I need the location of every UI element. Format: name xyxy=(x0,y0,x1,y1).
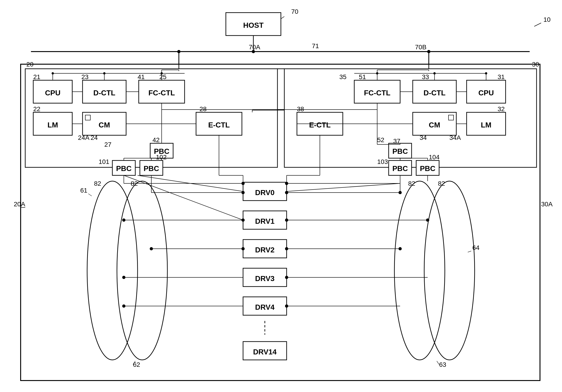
ref-28: 28 xyxy=(199,105,207,113)
pbc-r3-label: PBC xyxy=(420,164,435,173)
svg-point-100 xyxy=(122,304,125,308)
svg-point-95 xyxy=(150,247,153,250)
svg-point-114 xyxy=(285,304,288,308)
pbc-r1-label: PBC xyxy=(392,147,408,155)
svg-point-32 xyxy=(52,72,54,74)
ref-62: 62 xyxy=(133,361,140,368)
svg-rect-18 xyxy=(85,115,90,120)
lm-right-label: LM xyxy=(481,121,491,129)
ref-104: 104 xyxy=(429,154,440,161)
diagram-container: HOST 70 10 70A 71 70B 81 20 30 CPU 21 LM… xyxy=(0,0,562,392)
drv1-label: DRV1 xyxy=(255,217,275,225)
ref-22: 22 xyxy=(33,105,40,113)
svg-point-112 xyxy=(285,276,288,279)
ref-10: 10 xyxy=(543,16,550,23)
ref-30A: 30A xyxy=(541,201,553,208)
ref-34A: 34A xyxy=(449,134,461,141)
svg-rect-25 xyxy=(448,115,454,120)
ref-42: 42 xyxy=(152,136,160,143)
ref-82-rr: 82 xyxy=(438,180,445,187)
svg-point-60 xyxy=(485,72,487,74)
svg-point-92 xyxy=(122,219,125,222)
svg-point-150 xyxy=(285,191,288,194)
ref-20A: 20A xyxy=(14,201,25,208)
ref-31: 31 xyxy=(498,73,505,81)
ref-101: 101 xyxy=(99,158,109,165)
svg-point-96 xyxy=(241,247,245,250)
ref-32: 32 xyxy=(498,105,505,113)
ref-70: 70 xyxy=(291,8,298,15)
ref-63: 63 xyxy=(439,361,446,368)
pbc-r2-label: PBC xyxy=(392,164,408,173)
svg-point-106 xyxy=(285,219,288,222)
drv14-label: DRV14 xyxy=(253,348,277,356)
svg-point-93 xyxy=(241,219,245,222)
ref-35: 35 xyxy=(339,73,346,81)
cm-left-label: CM xyxy=(99,121,110,129)
ref-25: 25 xyxy=(159,73,166,81)
ref-33: 33 xyxy=(422,73,429,81)
drv3-label: DRV3 xyxy=(255,274,275,283)
ref-20: 20 xyxy=(26,61,34,68)
host-label: HOST xyxy=(243,21,264,29)
ref-71: 71 xyxy=(312,42,319,49)
ref-30: 30 xyxy=(532,61,539,68)
ref-27: 27 xyxy=(104,141,111,148)
ref-61: 61 xyxy=(80,187,87,194)
ref-70B: 70B xyxy=(415,44,426,51)
lm-left-label: LM xyxy=(47,121,58,129)
ref-82-rl: 82 xyxy=(408,180,415,187)
ref-82-ll: 82 xyxy=(94,180,101,187)
svg-point-6 xyxy=(252,50,255,53)
cm-right-label: CM xyxy=(429,121,440,129)
pbc-l2-label: PBC xyxy=(116,164,132,173)
ref-38: 38 xyxy=(297,105,304,113)
ref-24A: 24A xyxy=(78,134,89,141)
fcctl-right-label: FC-CTL xyxy=(364,89,390,97)
ref-51: 51 xyxy=(359,73,366,81)
svg-point-151 xyxy=(398,191,402,194)
drv2-label: DRV2 xyxy=(255,246,275,254)
svg-point-98 xyxy=(122,276,125,279)
pbc-l3-label: PBC xyxy=(143,164,159,173)
ref-34: 34 xyxy=(420,134,427,141)
ref-70A: 70A xyxy=(249,44,260,51)
svg-point-109 xyxy=(285,247,288,250)
svg-point-110 xyxy=(398,247,402,250)
ectl-right-label: E-CTL xyxy=(309,121,331,129)
cpu-right-label: CPU xyxy=(478,89,494,97)
ref-21: 21 xyxy=(33,73,40,81)
ref-24: 24 xyxy=(91,134,98,141)
ref-52: 52 xyxy=(377,136,384,143)
ref-41: 41 xyxy=(138,73,145,81)
ref-23: 23 xyxy=(82,73,89,81)
ref-64: 64 xyxy=(472,244,480,251)
svg-point-107 xyxy=(426,219,429,222)
ref-102: 102 xyxy=(156,154,167,161)
cpu-left-label: CPU xyxy=(45,89,60,97)
ectl-left-label: E-CTL xyxy=(208,121,230,129)
svg-point-61 xyxy=(433,72,436,74)
drv4-label: DRV4 xyxy=(255,303,275,311)
ref-103: 103 xyxy=(377,158,388,165)
dctl-right-label: D-CTL xyxy=(423,89,445,97)
svg-point-33 xyxy=(103,72,105,74)
drv0-label: DRV0 xyxy=(255,188,275,197)
dctl-left-label: D-CTL xyxy=(93,89,115,97)
fcctl-left-label: FC-CTL xyxy=(148,89,175,97)
